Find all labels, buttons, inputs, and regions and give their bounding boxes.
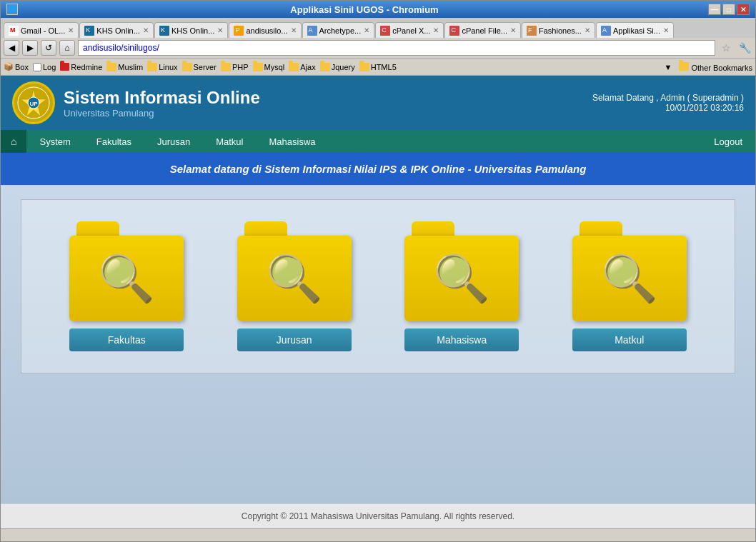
tab-close-icon[interactable]: ✕ bbox=[510, 26, 516, 34]
search-icon: 🔍 bbox=[98, 252, 155, 306]
folder-tab bbox=[76, 221, 119, 237]
reload-button[interactable]: ↺ bbox=[41, 40, 56, 56]
bookmark-linux-label: Linux bbox=[159, 63, 177, 71]
bookmark-redmine[interactable]: Redmine bbox=[60, 63, 102, 71]
nav-system[interactable]: System bbox=[26, 131, 83, 153]
tab-cpanel1-label: cPanel X... bbox=[392, 26, 430, 35]
tab-close-icon[interactable]: ✕ bbox=[364, 26, 369, 34]
applikasi-icon: A bbox=[601, 26, 611, 36]
tab-close-icon[interactable]: ✕ bbox=[217, 26, 223, 34]
tab-close-icon[interactable]: ✕ bbox=[291, 26, 297, 34]
nav-mahasiswa[interactable]: Mahasiswa bbox=[257, 131, 329, 153]
welcome-text: Selamat datang di Sistem Informasi Nilai… bbox=[11, 163, 745, 175]
folder-icon-jurusan[interactable]: 🔍 bbox=[237, 221, 352, 321]
nav-jurusan[interactable]: Jurusan bbox=[144, 131, 203, 153]
settings-wrench-button[interactable]: 🔧 bbox=[737, 40, 752, 56]
bookmark-box[interactable]: 📦 Box bbox=[4, 62, 29, 71]
search-icon: 🔍 bbox=[601, 252, 658, 306]
folder-icon-mahasiswa[interactable]: 🔍 bbox=[404, 221, 519, 321]
bookmark-mysql[interactable]: Mysql bbox=[253, 63, 285, 71]
tab-close-icon[interactable]: ✕ bbox=[585, 26, 590, 34]
folder-body: 🔍 bbox=[69, 236, 184, 321]
bookmark-jquery-label: Jquery bbox=[332, 63, 355, 71]
server-folder-icon bbox=[182, 63, 192, 71]
fakultas-button[interactable]: Fakultas bbox=[69, 328, 184, 351]
php-folder-icon bbox=[221, 63, 231, 71]
tab-archetype[interactable]: A Archetype... ✕ bbox=[302, 22, 375, 38]
tab-khs2[interactable]: K KHS Onlin... ✕ bbox=[154, 22, 229, 38]
cpanel2-icon: C bbox=[449, 26, 459, 36]
other-bookmarks-icon bbox=[679, 62, 689, 71]
folder-item-jurusan: 🔍 Jurusan bbox=[237, 221, 352, 351]
archetype-icon: A bbox=[307, 26, 317, 36]
tab-fashion[interactable]: F Fashiones... ✕ bbox=[522, 22, 595, 38]
tab-pma[interactable]: P andisusilo... ✕ bbox=[229, 22, 301, 38]
tab-close-icon[interactable]: ✕ bbox=[68, 26, 74, 34]
nav-logout-button[interactable]: Logout bbox=[701, 131, 755, 153]
folder-body: 🔍 bbox=[237, 236, 352, 321]
bookmark-ajax-label: Ajax bbox=[300, 63, 315, 71]
khs1-icon: K bbox=[84, 26, 94, 36]
minimize-button[interactable]: — bbox=[708, 4, 721, 15]
log-checkbox[interactable] bbox=[33, 63, 41, 71]
bookmark-star-button[interactable]: ☆ bbox=[718, 40, 734, 56]
tab-close-icon[interactable]: ✕ bbox=[143, 26, 149, 34]
tab-cpanel2[interactable]: C cPanel File... ✕ bbox=[444, 22, 521, 38]
tab-khs2-label: KHS Onlin... bbox=[171, 26, 215, 35]
site-navigation: ⌂ System Fakultas Jurusan Matkul Mahasis… bbox=[1, 130, 755, 153]
datetime-text: 10/01/2012 03:20:16 bbox=[592, 103, 744, 113]
folder-tab bbox=[412, 221, 454, 237]
folder-icon-matkul[interactable]: 🔍 bbox=[572, 221, 687, 321]
tab-khs1[interactable]: K KHS Onlin... ✕ bbox=[79, 22, 154, 38]
jquery-folder-icon bbox=[320, 63, 330, 71]
close-button[interactable]: ✕ bbox=[737, 4, 750, 15]
home-button[interactable]: ⌂ bbox=[59, 40, 75, 56]
other-bookmarks-link[interactable]: Other Bookmarks bbox=[679, 62, 752, 72]
jurusan-button[interactable]: Jurusan bbox=[237, 328, 352, 351]
folder-icon-fakultas[interactable]: 🔍 bbox=[69, 221, 184, 321]
tab-applikasi[interactable]: A Applikasi Si... ✕ bbox=[596, 22, 674, 38]
bookmarks-bar: 📦 Box Log Redmine Muslim Linux Server PH… bbox=[1, 59, 755, 76]
bookmark-linux[interactable]: Linux bbox=[147, 63, 177, 71]
bookmark-server[interactable]: Server bbox=[182, 63, 217, 71]
nav-home-button[interactable]: ⌂ bbox=[1, 130, 26, 153]
address-text: andisusilo/sinilugos/ bbox=[83, 43, 159, 53]
bookmarks-more-button[interactable]: ▼ bbox=[664, 63, 672, 71]
forward-button[interactable]: ▶ bbox=[22, 40, 38, 56]
nav-fakultas[interactable]: Fakultas bbox=[84, 131, 144, 153]
bookmark-muslim[interactable]: Muslim bbox=[106, 63, 143, 71]
mahasiswa-button[interactable]: Mahasiswa bbox=[404, 328, 519, 351]
tab-close-icon[interactable]: ✕ bbox=[433, 26, 439, 34]
fashion-icon: F bbox=[527, 26, 537, 36]
tab-archetype-label: Archetype... bbox=[319, 26, 362, 35]
site-header: UP Sistem Informasi Online Universitas P… bbox=[1, 76, 755, 130]
back-button[interactable]: ◀ bbox=[4, 40, 19, 56]
tab-close-icon[interactable]: ✕ bbox=[663, 26, 669, 34]
bookmark-ajax[interactable]: Ajax bbox=[289, 63, 315, 71]
tab-gmail-label: Gmail - OL... bbox=[21, 26, 65, 35]
tabs-bar: M Gmail - OL... ✕ K KHS Onlin... ✕ K KHS… bbox=[1, 18, 755, 38]
bookmark-html5[interactable]: HTML5 bbox=[359, 63, 397, 71]
nav-matkul[interactable]: Matkul bbox=[203, 131, 256, 153]
logo-svg: UP bbox=[16, 85, 51, 121]
tab-gmail[interactable]: M Gmail - OL... ✕ bbox=[4, 22, 79, 38]
site-title: Sistem Informasi Online bbox=[64, 88, 260, 108]
matkul-button[interactable]: Matkul bbox=[572, 328, 687, 351]
main-content: 🔍 Fakultas 🔍 Jurusan bbox=[1, 185, 755, 503]
site-footer: Copyright © 2011 Mahasiswa Universitas P… bbox=[1, 503, 755, 528]
bookmark-php[interactable]: PHP bbox=[221, 63, 249, 71]
browser-window: 🌐 Applikasi Sinil UGOS - Chromium — □ ✕ … bbox=[0, 0, 756, 542]
bookmark-server-label: Server bbox=[194, 63, 217, 71]
folder-body: 🔍 bbox=[404, 236, 519, 321]
tab-cpanel1[interactable]: C cPanel X... ✕ bbox=[375, 22, 444, 38]
tab-fashion-label: Fashiones... bbox=[539, 26, 582, 35]
folder-item-mahasiswa: 🔍 Mahasiswa bbox=[404, 221, 519, 351]
address-bar[interactable]: andisusilo/sinilugos/ bbox=[78, 40, 715, 56]
bookmark-jquery[interactable]: Jquery bbox=[320, 63, 355, 71]
folder-body: 🔍 bbox=[572, 236, 687, 321]
maximize-button[interactable]: □ bbox=[722, 4, 735, 15]
search-icon: 🔍 bbox=[433, 252, 490, 306]
bookmark-log[interactable]: Log bbox=[33, 63, 56, 71]
search-icon: 🔍 bbox=[266, 252, 323, 306]
title-bar: 🌐 Applikasi Sinil UGOS - Chromium — □ ✕ bbox=[1, 1, 755, 18]
